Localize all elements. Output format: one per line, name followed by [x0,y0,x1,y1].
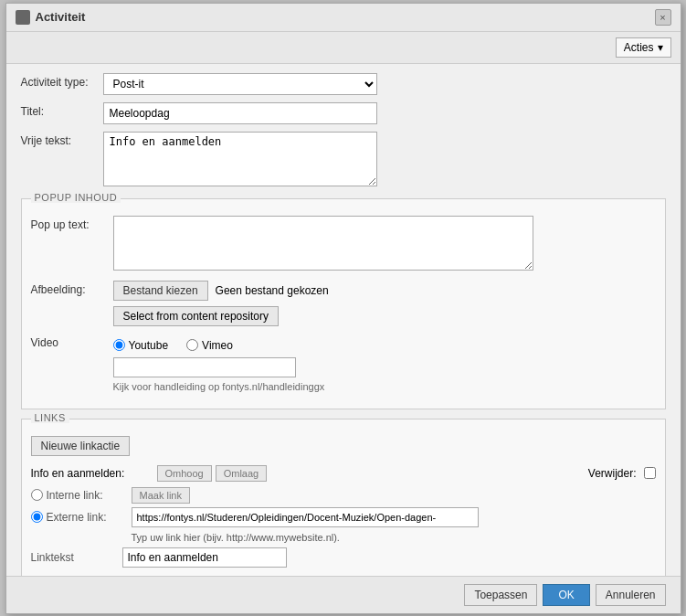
video-url-input[interactable] [113,357,296,377]
video-radio-row: Youtube Vimeo [113,339,656,352]
vrije-tekst-input[interactable]: Info en aanmelden [103,132,377,186]
select-repo-row: Select from content repository [113,306,656,326]
externe-link-label: Externe link: [47,511,107,524]
verwijder-checkbox[interactable] [644,467,656,479]
title-bar-left: Activiteit [16,10,86,25]
title-bar: Activiteit × [6,4,681,32]
youtube-radio-item: Youtube [113,339,169,352]
link-nav-buttons: Omhoog Omlaag [157,465,268,482]
interne-link-row: Interne link: Maak link [31,487,656,504]
titel-input[interactable] [103,102,377,124]
dialog: Activiteit × Acties ▾ Activiteit type: P… [5,3,681,614]
verwijder-label: Verwijder: [588,467,637,480]
select-from-content-repo-button[interactable]: Select from content repository [113,306,279,326]
omhoog-button[interactable]: Omhoog [157,465,212,482]
omlaag-button[interactable]: Omlaag [216,465,268,482]
titel-row: Titel: [21,102,666,124]
ok-button[interactable]: OK [543,584,589,606]
links-section: LINKS Nieuwe linkactie Info en aanmelden… [21,419,666,576]
nieuwe-linkactie-row: Nieuwe linkactie [31,436,656,456]
video-control: Youtube Vimeo Kijk voor handleiding op f… [113,334,656,392]
nieuwe-linkactie-button[interactable]: Nieuwe linkactie [31,436,131,456]
interne-link-radio[interactable] [31,489,43,501]
verwijder-row: Verwijder: [588,467,656,480]
popup-text-input[interactable] [113,216,533,271]
links-content: Nieuwe linkactie Info en aanmelden: Omho… [31,436,656,568]
vimeo-radio-item: Vimeo [186,339,233,352]
vimeo-label: Vimeo [202,339,233,352]
afbeelding-label: Afbeelding: [31,281,113,296]
bestand-kiezen-button[interactable]: Bestand kiezen [113,281,208,301]
maak-link-button[interactable]: Maak link [132,487,190,504]
file-row: Bestand kiezen Geen bestand gekozen [113,281,656,301]
popup-inhoud-legend: POPUP INHOUD [31,192,121,203]
acties-button[interactable]: Acties ▾ [616,37,671,58]
annuleren-button[interactable]: Annuleren [596,584,666,606]
geen-bestand-text: Geen bestand gekozen [216,284,329,297]
externe-link-placeholder: Typ uw link hier (bijv. http://www.myweb… [132,532,340,543]
afbeelding-control: Bestand kiezen Geen bestand gekozen Sele… [113,281,656,326]
vimeo-radio[interactable] [186,339,198,351]
externe-link-input[interactable] [132,507,479,527]
vrije-tekst-label: Vrije tekst: [21,132,103,147]
links-legend: LINKS [31,412,69,423]
activiteit-type-control: Post-it Taak Quiz Opdracht [103,73,666,95]
footer: Toepassen OK Annuleren [6,576,681,613]
popup-inhoud-content: Pop up text: Afbeelding: Bestand kiezen … [31,216,656,392]
acties-arrow-icon: ▾ [658,41,663,54]
linktekst-input[interactable] [122,547,287,568]
interne-link-label: Interne link: [47,489,103,502]
linktekst-row: Linktekst [31,547,656,568]
popup-text-control [113,216,656,273]
popup-inhoud-section: POPUP INHOUD Pop up text: Afbeelding: Be… [21,198,666,409]
titel-control [103,102,666,124]
link-item-row: Info en aanmelden: Omhoog Omlaag Verwijd… [31,465,656,482]
vrije-tekst-control: Info en aanmelden [103,132,666,189]
toepassen-button[interactable]: Toepassen [464,584,537,606]
vrije-tekst-row: Vrije tekst: Info en aanmelden [21,132,666,189]
popup-text-row: Pop up text: [31,216,656,273]
externe-link-row: Externe link: [31,507,656,527]
interne-link-control: Interne link: [31,489,122,502]
popup-text-label: Pop up text: [31,216,113,231]
dialog-icon [16,10,30,25]
linktekst-label: Linktekst [31,551,122,564]
externe-link-control: Externe link: [31,511,122,524]
acties-label: Acties [624,41,654,54]
close-button[interactable]: × [655,9,671,26]
content-area: Activiteit type: Post-it Taak Quiz Opdra… [6,64,681,576]
externe-link-radio[interactable] [31,511,43,523]
activiteit-type-select[interactable]: Post-it Taak Quiz Opdracht [103,73,377,95]
youtube-radio[interactable] [113,339,125,351]
youtube-label: Youtube [129,339,169,352]
externe-link-placeholder-row: Typ uw link hier (bijv. http://www.myweb… [132,531,656,544]
titel-label: Titel: [21,102,103,118]
link-item-label: Info en aanmelden: [31,467,150,480]
video-label: Video [31,334,113,349]
activiteit-type-row: Activiteit type: Post-it Taak Quiz Opdra… [21,73,666,95]
dialog-title: Activiteit [36,10,86,24]
activiteit-type-label: Activiteit type: [21,73,103,89]
toolbar: Acties ▾ [6,32,681,64]
video-hint: Kijk voor handleiding op fontys.nl/handl… [113,381,656,392]
video-row: Video Youtube Vimeo [31,334,656,392]
afbeelding-row: Afbeelding: Bestand kiezen Geen bestand … [31,281,656,326]
